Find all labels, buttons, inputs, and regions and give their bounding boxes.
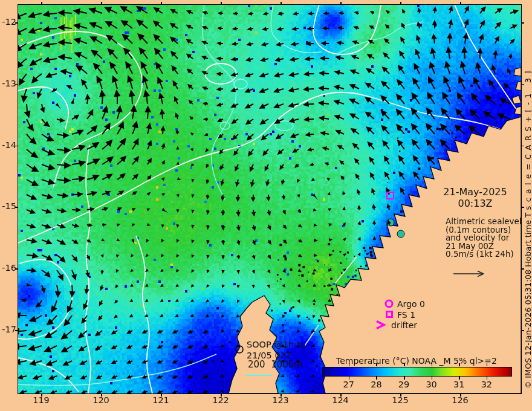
copyright-text: © IMOS 12-Jan-2026 05:31:08 Hobart time … — [524, 2, 532, 389]
y-axis-tick — [521, 330, 524, 331]
map-date: 21-May-2025 — [427, 186, 524, 198]
colorbar-tick-label: 27 — [339, 380, 358, 389]
y-axis-tick — [521, 22, 524, 24]
y-axis-tick — [521, 207, 524, 208]
x-axis-tick — [400, 2, 401, 5]
y-axis-label: -12 — [0, 17, 16, 27]
soop-line: SOOP @1h to — [247, 339, 305, 350]
imos-sst-map-figure: 21-May-2025 00:13Z Altimetric sealevel (… — [0, 0, 532, 411]
x-axis-label: 122 — [207, 395, 234, 405]
y-axis-tick — [521, 268, 524, 270]
colorbar-tick-label: 30 — [422, 380, 441, 389]
x-axis-tick — [221, 2, 222, 5]
x-axis-label: 124 — [327, 395, 354, 405]
colorbar-tick-label: 32 — [477, 380, 496, 389]
x-axis-tick — [41, 2, 42, 5]
y-axis-label: -17 — [0, 325, 16, 334]
x-axis-tick — [101, 2, 102, 5]
x-axis-label: 126 — [447, 395, 473, 405]
depth-contour-label: 200 1000m — [248, 360, 303, 369]
colorbar-tick — [487, 363, 488, 366]
x-axis-tick — [340, 2, 342, 5]
x-axis-tick — [161, 2, 162, 5]
velocity-scale-arrow-icon — [452, 270, 487, 278]
colorbar-tick-label: 31 — [449, 380, 469, 389]
colorbar-tick — [459, 363, 460, 366]
x-axis-label: 123 — [267, 395, 294, 405]
x-axis-label: 119 — [28, 395, 54, 405]
colorbar-tick — [376, 363, 377, 366]
colorbar-tick — [349, 363, 350, 366]
argo-legend-label: Argo 0 — [397, 299, 425, 309]
colorbar-tick-label: 29 — [394, 380, 414, 389]
x-axis-tick — [460, 2, 461, 5]
y-axis-label: -13 — [0, 79, 16, 88]
drifter-chevron-icon — [375, 320, 386, 330]
colorbar-title: Temperature (°C) NOAA _M 5% ql>=2 — [322, 357, 511, 365]
drifter-legend-label: drifter — [391, 320, 417, 330]
y-axis-tick — [521, 146, 524, 147]
fs-legend-label: FS 1 — [397, 310, 415, 320]
y-axis-label: -14 — [0, 140, 16, 150]
argo-circle-icon — [384, 299, 394, 309]
fs-station-marker — [386, 192, 394, 199]
colorbar-tick — [404, 363, 405, 366]
date-block: 21-May-2025 00:13Z — [427, 186, 524, 209]
y-axis-label: -15 — [0, 201, 16, 211]
copyright-part1: © IMOS 12-Jan-2026 05:31:08 Hobart time — [524, 218, 532, 389]
x-axis-label: 120 — [88, 395, 114, 405]
x-axis-label: 125 — [387, 395, 414, 405]
fs-square-icon — [385, 310, 394, 319]
y-axis-label: -16 — [0, 263, 16, 273]
copyright-part2: Tscale=CARS+[-1 3] — [524, 67, 532, 218]
soop-circle-icon — [235, 345, 244, 354]
x-axis-tick — [281, 2, 282, 5]
colorbar — [322, 367, 512, 377]
alt-line: 0.5m/s (1kt 24h) — [446, 250, 522, 259]
colorbar-tick-label: 28 — [366, 380, 386, 389]
soop-note: SOOP @1h to 21/05 02Z — [247, 339, 305, 361]
y-axis-tick — [521, 84, 524, 85]
x-axis-label: 121 — [148, 395, 174, 405]
depth-contour-line-sample — [245, 375, 271, 376]
colorbar-tick — [432, 363, 433, 366]
altimetric-note: Altimetric sealevel (0.1m contours) and … — [446, 218, 522, 259]
map-time: 00:13Z — [427, 198, 524, 209]
